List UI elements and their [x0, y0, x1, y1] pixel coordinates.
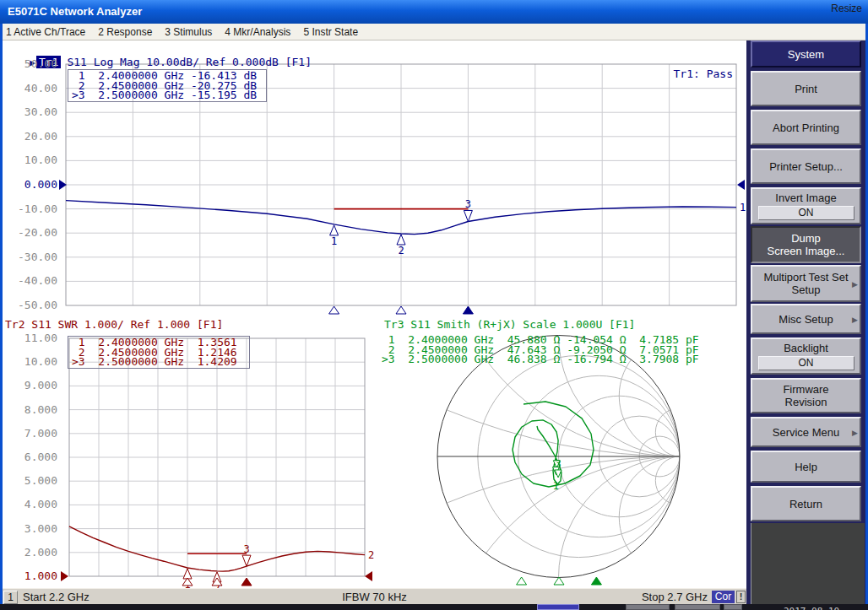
softkey-label: Misc Setup [778, 313, 833, 326]
y-axis-label: 1.000 [8, 570, 57, 582]
y-axis-label: -50.00 [8, 300, 57, 311]
y-axis-label: 5.000 [8, 475, 57, 487]
y-axis-label: 6.000 [8, 451, 57, 463]
softkey-label: Abort Printing [773, 121, 839, 134]
taskbar-item[interactable] [675, 604, 720, 610]
y-axis-label: 30.00 [8, 106, 57, 118]
trace3-marker-readout: 1 2.4000000 GHz 45.880 Ω -14.054 Ω 4.718… [382, 335, 699, 364]
taskbar-item[interactable] [626, 604, 670, 610]
softkey-label: Service Menu [773, 426, 839, 439]
y-axis-label: 3.000 [8, 523, 57, 535]
softkey-return[interactable]: Return [751, 486, 861, 521]
y-axis-label: 20.00 [8, 131, 57, 143]
clock-partial: 2017-08-10 10:11 [784, 606, 868, 610]
softkey-label: Backlight [784, 342, 828, 354]
submenu-arrow-icon: ▶ [852, 314, 858, 327]
limit-test-result: Tr1: Pass [625, 67, 733, 80]
trace1-marker-table: 1 2.4000000 GHz -16.413 dB 2 2.4500000 G… [68, 69, 267, 102]
softkey-firmware-revision[interactable]: FirmwareRevision [751, 378, 861, 413]
y-axis-label: 2.000 [8, 547, 57, 559]
y-axis-label: 40.00 [8, 83, 57, 94]
y-axis-label: 10.00 [8, 154, 57, 166]
status-bar: 1 Start 2.2 GHz IFBW 70 kHz Stop 2.7 GHz… [3, 588, 746, 604]
y-axis-label: 8.000 [8, 404, 57, 416]
menu-item-3[interactable]: 3 Stimulus [165, 26, 212, 38]
softkey-label: Firmware [783, 383, 828, 396]
softkey-sidebar: System PrintAbort PrintingPrinter Setup.… [746, 40, 865, 604]
marker-table-row: >3 2.5000000 GHz 1.4209 [72, 357, 249, 367]
menu-item-2[interactable]: 2 Response [98, 26, 152, 38]
softkey-label: Revision [785, 396, 827, 408]
submenu-arrow-icon: ▶ [852, 278, 858, 291]
softkey-printer-setup[interactable]: Printer Setup... [751, 148, 861, 184]
softkey-label: Printer Setup... [769, 160, 843, 173]
softkey-label: Help [795, 461, 817, 473]
menubar: 1 Active Ch/Trace2 Response3 Stimulus4 M… [0, 24, 868, 40]
y-axis-label: 11.00 [8, 332, 57, 344]
y-axis-label: 4.000 [8, 499, 57, 510]
y-axis-label: 7.000 [8, 428, 57, 440]
softkey-label: Screen Image... [768, 245, 845, 257]
app-window: E5071C Network Analyzer 1 Active Ch/Trac… [0, 0, 868, 610]
y-axis-label: -10.00 [8, 203, 57, 215]
softkey-help[interactable]: Help [751, 451, 861, 483]
sidebar-empty-area [751, 523, 865, 604]
y-axis-label: 9.000 [8, 380, 57, 391]
taskbar-strip: 2017-08-10 10:11 [0, 604, 868, 610]
softkey-state-value: ON [758, 206, 854, 220]
y-axis-label: 0.000 [8, 179, 57, 191]
softkey-label: Invert Image [775, 192, 836, 204]
softkey-service-menu[interactable]: Service Menu▶ [751, 417, 861, 447]
menu-item-4[interactable]: 4 Mkr/Analysis [225, 26, 290, 38]
trace3-header[interactable]: Tr3 S11 Smith (R+jX) Scale 1.000U [F1] [384, 318, 635, 331]
instrument-screen [3, 40, 746, 588]
marker-table-row: >3 2.5000000 GHz -15.195 dB [72, 90, 266, 100]
softkey-label: Setup [792, 283, 821, 296]
softkey-label: Return [789, 498, 822, 510]
y-axis-label: 50.00 [8, 58, 57, 70]
softkey-label: Multiport Test Set [763, 271, 848, 283]
softkey-menu-title: System [751, 40, 861, 67]
softkey-label: Dump [791, 232, 821, 245]
menu-item-1[interactable]: 1 Active Ch/Trace [6, 26, 85, 38]
ifbw-readout: IFBW 70 kHz [3, 591, 746, 603]
softkey-misc-setup[interactable]: Misc Setup▶ [751, 304, 861, 334]
taskbar-item[interactable] [724, 604, 742, 610]
trace1-title[interactable]: S11 Log Mag 10.00dB/ Ref 0.000dB [F1] [67, 56, 312, 68]
y-axis-label: -30.00 [8, 251, 57, 263]
sweep-stop-readout: Stop 2.7 GHz [642, 591, 708, 603]
trace2-header[interactable]: Tr2 S11 SWR 1.000/ Ref 1.000 [F1] [5, 318, 223, 331]
softkey-invert-image[interactable]: Invert ImageON [751, 187, 861, 224]
marker-table-row: >3 2.5000000 GHz 46.838 Ω -16.794 Ω 3.79… [382, 354, 699, 364]
window-title: E5071C Network Analyzer [8, 5, 142, 18]
softkey-abort-printing[interactable]: Abort Printing [751, 110, 861, 145]
taskbar-item-active[interactable] [537, 604, 579, 610]
warning-badge: ! [736, 591, 746, 603]
resize-button[interactable]: Resize [831, 3, 862, 14]
y-axis-label: -20.00 [8, 227, 57, 239]
softkey-multiport-test-set-setup[interactable]: Multiport Test SetSetup▶ [751, 265, 861, 302]
menu-item-5[interactable]: 5 Instr State [303, 26, 358, 38]
trace2-marker-table: 1 2.4000000 GHz 1.3561 2 2.4500000 GHz 1… [68, 336, 250, 369]
softkey-print[interactable]: Print [751, 71, 861, 106]
titlebar: E5071C Network Analyzer [0, 0, 868, 24]
softkey-state-value: ON [758, 356, 854, 370]
y-axis-label: -40.00 [8, 275, 57, 287]
y-axis-label: 10.00 [8, 356, 57, 368]
softkey-label: Print [795, 83, 817, 95]
submenu-arrow-icon: ▶ [852, 427, 858, 440]
softkey-dump-screen-image[interactable]: DumpScreen Image... [751, 226, 861, 263]
correction-badge: Cor [712, 591, 735, 603]
softkey-backlight[interactable]: BacklightON [751, 337, 861, 375]
